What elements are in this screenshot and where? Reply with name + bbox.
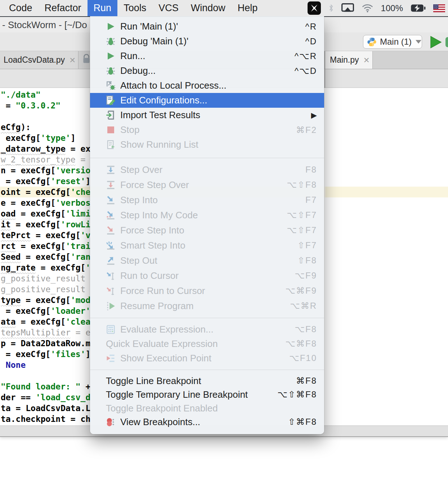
menu-item-toggle-breakpoint-enabled: Toggle Breakpoint Enabled <box>90 401 324 415</box>
code-line: oint = exeCfg['che <box>1 187 90 197</box>
code-line: rct = exeCfg['trai <box>1 241 90 251</box>
close-icon[interactable]: × <box>364 55 369 65</box>
menu-item-shortcut: ⌥⇧F7 <box>287 210 317 220</box>
chevron-down-icon <box>416 40 421 44</box>
menubar-item-help[interactable]: Help <box>232 0 264 16</box>
attach-icon <box>106 81 116 90</box>
view-breakpoints-icon <box>106 417 116 427</box>
menubar-item-code[interactable]: Code <box>3 0 39 16</box>
code-line: p = Data2DataRow.m <box>1 338 90 349</box>
menu-item-label: Import Test Results <box>120 110 200 121</box>
editor-pane-main-py[interactable] <box>325 88 448 425</box>
code-line: = "0.3.0.2" <box>1 100 90 111</box>
code-line: ta.checkpoint = ch <box>1 414 90 424</box>
run-configuration-selector[interactable]: Main (1) <box>363 35 422 49</box>
battery-charging-icon[interactable] <box>411 4 426 12</box>
menubar-item-refactor[interactable]: Refactor <box>39 0 88 16</box>
menu-item-shortcut: ⌥⌘F9 <box>285 286 317 296</box>
display-mirroring-icon[interactable] <box>341 3 354 13</box>
menu-item-shortcut: ⌥F9 <box>295 271 317 281</box>
run-configuration-name: Main (1) <box>380 37 412 47</box>
show-execution-point-icon <box>106 353 116 363</box>
app-icon[interactable] <box>308 1 321 15</box>
menu-item-run-main-1[interactable]: Run 'Main (1)'^R <box>90 19 324 34</box>
next-tab-partial-icon[interactable] <box>82 54 90 66</box>
menu-item-run[interactable]: Run...^⌥R <box>90 49 324 63</box>
close-icon[interactable]: × <box>70 55 75 65</box>
menu-item-import-test-results[interactable]: Import Test Results▶ <box>90 108 324 122</box>
menubar-status-area: 100% <box>308 1 448 15</box>
step-out-icon <box>106 256 116 266</box>
menu-item-edit-configurations[interactable]: Edit Configurations... <box>90 93 324 108</box>
menu-item-label: Attach to Local Process... <box>120 80 227 91</box>
menu-item-shortcut: ⌘F8 <box>296 376 317 386</box>
menu-item-label: Resume Program <box>120 300 194 312</box>
code-line: it = exeCfg['rowLi <box>1 219 90 230</box>
debug-button-partial-icon[interactable] <box>445 37 448 47</box>
menu-item-view-breakpoints[interactable]: View Breakpoints...⇧⌘F8 <box>90 415 324 429</box>
menu-item-label: Show Running List <box>120 139 198 150</box>
wifi-icon[interactable] <box>362 4 373 13</box>
menu-item-shortcut: ⌥⇧⌘F8 <box>277 389 317 400</box>
menu-item-force-step-into: Force Step Into⌥⇧F7 <box>90 223 324 238</box>
menu-item-debug[interactable]: Debug...^⌥D <box>90 63 324 78</box>
menu-item-shortcut: ⌥F10 <box>289 353 317 363</box>
run-button[interactable] <box>429 36 442 49</box>
menu-item-shortcut: F8 <box>305 165 317 175</box>
evaluate-icon <box>106 325 116 334</box>
run-icon <box>106 51 116 61</box>
menu-item-label: Run 'Main (1)' <box>120 21 178 32</box>
menu-item-toggle-line-breakpoint[interactable]: Toggle Line Breakpoint⌘F8 <box>90 374 324 388</box>
menu-item-shortcut: ^R <box>305 22 317 32</box>
code-line: ng_rate = exeCfg[' <box>1 262 90 273</box>
menu-item-show-running-list: Show Running List <box>90 137 324 152</box>
menu-item-shortcut: ⌥⌘R <box>290 301 317 311</box>
menu-item-smart-step-into: Smart Step Into⇧F7 <box>90 238 324 253</box>
tab-main-py[interactable]: Main.py × <box>325 51 373 69</box>
us-flag-icon[interactable] <box>433 4 445 12</box>
menu-item-shortcut: ^⌥R <box>295 51 317 61</box>
menu-item-resume-program: Resume Program⌥⌘R <box>90 298 324 313</box>
menu-item-label: Toggle Line Breakpoint <box>106 375 201 387</box>
force-step-into-icon <box>106 226 116 235</box>
menu-item-attach-to-local-process[interactable]: Attach to Local Process... <box>90 78 324 93</box>
menubar-item-run[interactable]: Run <box>88 0 118 16</box>
code-line: = exeCfg['loader' <box>1 306 90 316</box>
menu-item-shortcut: ⇧⌘F8 <box>288 417 317 427</box>
menu-item-label: Quick Evaluate Expression <box>106 338 218 349</box>
debug-icon <box>106 36 116 46</box>
menu-item-shortcut: ^D <box>305 36 317 46</box>
menu-separator <box>90 158 324 158</box>
bluetooth-icon[interactable] <box>328 4 334 12</box>
code-line: type = exeCfg['mod <box>1 295 90 306</box>
menubar-items: CodeRefactorRunToolsVCSWindowHelp <box>3 0 264 16</box>
menu-item-force-step-over: Force Step Over⌥⇧F8 <box>90 177 324 192</box>
menu-item-debug-main-1[interactable]: Debug 'Main (1)'^D <box>90 34 324 49</box>
menu-item-label: Force Step Over <box>120 179 189 191</box>
menu-item-label: Force Run to Cursor <box>120 285 205 297</box>
menu-item-label: Run to Cursor <box>120 270 179 281</box>
code-line: = exeCfg['files'] <box>1 349 90 360</box>
tab-loadcsvdata[interactable]: LoadCsvData.py × <box>0 51 79 69</box>
screen: - StockWorm - [~/Do Main (1) LoadCsvData… <box>0 0 448 477</box>
menu-item-step-into-my-code: Step Into My Code⌥⇧F7 <box>90 208 324 223</box>
menu-item-shortcut: ⌥F8 <box>295 324 317 334</box>
stop-icon <box>106 125 116 135</box>
menubar-item-vcs[interactable]: VCS <box>152 0 185 16</box>
menu-item-shortcut: F7 <box>305 195 317 205</box>
menubar-item-window[interactable]: Window <box>185 0 232 16</box>
step-into-my-code-icon <box>106 210 116 220</box>
menu-item-label: Toggle Breakpoint Enabled <box>106 403 218 414</box>
menu-item-shortcut: ⌘F2 <box>296 125 317 135</box>
code-line: tePrct = exeCfg['v <box>1 230 90 241</box>
force-step-over-icon <box>106 180 116 190</box>
code-line: _datarow_type = ex <box>1 143 90 154</box>
show-running-icon <box>106 140 116 150</box>
menu-item-step-into: Step IntoF7 <box>90 192 324 208</box>
menu-item-toggle-temporary-line-breakpoint[interactable]: Toggle Temporary Line Breakpoint⌥⇧⌘F8 <box>90 388 324 401</box>
menubar-item-tools[interactable]: Tools <box>117 0 152 16</box>
menu-item-label: Step Out <box>120 255 157 266</box>
debug-icon <box>106 66 116 76</box>
code-line: e = exeCfg['verbos <box>1 197 90 208</box>
code-line: "./data" <box>1 89 90 100</box>
